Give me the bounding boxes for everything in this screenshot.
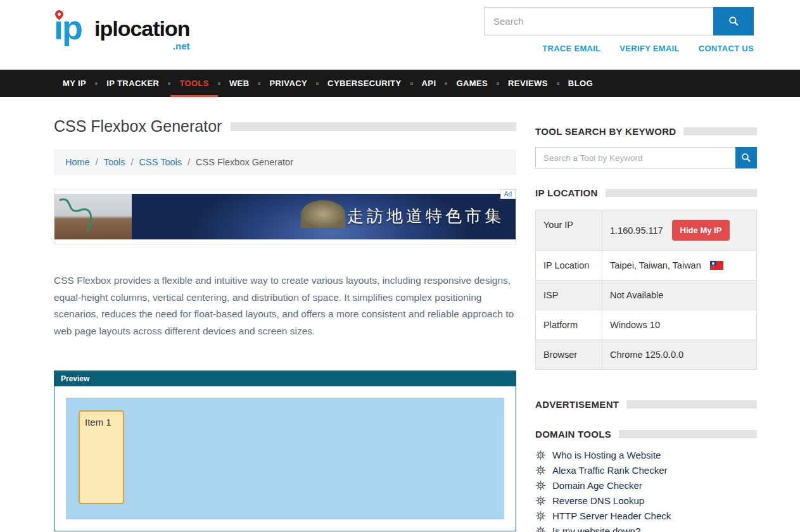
content: CSS Flexbox Generator Home / Tools / CSS… — [0, 97, 800, 532]
gear-icon — [535, 465, 546, 476]
taiwan-flag-icon — [710, 261, 723, 270]
heading-decorative-bar — [683, 127, 757, 136]
domain-tool-reverse-dns-link[interactable]: Reverse DNS Lookup — [535, 495, 757, 506]
nav-item-api[interactable]: API — [413, 70, 445, 97]
advertisement-heading: ADVERTISEMENT — [535, 399, 757, 410]
top-header: ip iplocation .net TRACE EMAIL VERIFY EM… — [0, 0, 800, 70]
breadcrumb-separator: / — [96, 157, 98, 167]
your-ip-value: 1.160.95.117 — [610, 225, 663, 236]
nav-item-cybersecurity[interactable]: CYBERSECURITY — [319, 70, 410, 97]
sidebar: TOOL SEARCH BY KEYWORD IP LOCATION Your … — [535, 117, 757, 532]
domain-tool-domain-age-link[interactable]: Domain Age Checker — [535, 480, 757, 491]
nav-item-games[interactable]: GAMES — [447, 70, 497, 97]
row-label: Browser — [536, 340, 602, 369]
ad-banner[interactable]: 走訪地道特色市集 Ad — [54, 189, 516, 244]
logo-pin-icon: ip — [54, 6, 94, 48]
table-row-browser: Browser Chrome 125.0.0.0 — [536, 340, 756, 369]
gear-icon — [535, 526, 546, 532]
domain-tools-list: Who is Hosting a Website Alexa Traffic R… — [535, 450, 757, 532]
gear-icon — [535, 480, 546, 491]
logo-tld: .net — [173, 41, 190, 51]
heading-decorative-bar — [606, 189, 757, 197]
breadcrumb: Home / Tools / CSS Tools / CSS Flexbox G… — [54, 149, 516, 175]
main-column: CSS Flexbox Generator Home / Tools / CSS… — [54, 117, 516, 532]
isp-value: Not Available — [610, 290, 663, 300]
preview-panel-header: Preview — [54, 371, 516, 386]
domain-tool-label: HTTP Server Header Check — [552, 510, 671, 521]
tool-search-button[interactable] — [735, 147, 757, 168]
ad-dome-graphic — [301, 200, 345, 228]
title-decorative-bar — [231, 122, 516, 131]
domain-tool-label: Alexa Traffic Rank Checker — [552, 465, 667, 476]
table-row-platform: Platform Windows 10 — [536, 310, 756, 340]
domain-tool-label: Reverse DNS Lookup — [552, 495, 644, 506]
ip-location-heading: IP LOCATION — [535, 187, 757, 198]
table-row-your-ip: Your IP 1.160.95.117 Hide My IP — [536, 210, 756, 251]
table-row-ip-location: IP Location Taipei, Taiwan, Taiwan — [536, 251, 756, 281]
ip-location-value: Taipei, Taiwan, Taiwan — [610, 260, 701, 270]
nav-item-reviews[interactable]: REVIEWS — [499, 70, 557, 97]
row-value: Not Available — [602, 281, 756, 310]
domain-tool-label: Domain Age Checker — [552, 480, 642, 491]
domain-tool-label: Who is Hosting a Website — [552, 450, 661, 460]
main-nav: MY IP IP TRACKER TOOLS WEB PRIVACY CYBER… — [0, 70, 800, 97]
heading-decorative-bar — [619, 430, 757, 438]
gear-icon — [535, 495, 546, 506]
ad-image-main: 走訪地道特色市集 — [132, 194, 516, 239]
preview-panel-body: Item 1 — [54, 386, 516, 531]
domain-tool-label: Is my website down? — [552, 526, 640, 532]
table-row-isp: ISP Not Available — [536, 281, 756, 310]
breadcrumb-separator: / — [131, 157, 134, 167]
breadcrumb-home[interactable]: Home — [65, 157, 90, 167]
page-title: CSS Flexbox Generator — [54, 117, 222, 136]
breadcrumb-separator: / — [187, 157, 190, 167]
nav-item-tools[interactable]: TOOLS — [170, 70, 218, 97]
tool-search-heading-text: TOOL SEARCH BY KEYWORD — [535, 126, 676, 137]
site-search-input[interactable] — [484, 7, 713, 35]
ad-choices-badge[interactable]: Ad — [500, 189, 516, 199]
flex-preview-container: Item 1 — [66, 398, 504, 519]
header-links: TRACE EMAIL VERIFY EMAIL CONTACT US — [542, 44, 754, 53]
contact-us-link[interactable]: CONTACT US — [699, 44, 754, 53]
site-search-button[interactable] — [713, 7, 754, 35]
domain-tools-heading-text: DOMAIN TOOLS — [535, 429, 611, 440]
row-value: 1.160.95.117 Hide My IP — [602, 210, 756, 250]
gear-icon — [535, 510, 546, 521]
domain-tool-hosting-link[interactable]: Who is Hosting a Website — [535, 450, 757, 460]
tool-search-input[interactable] — [535, 147, 735, 168]
nav-item-privacy[interactable]: PRIVACY — [260, 70, 316, 97]
ad-image-left — [54, 194, 132, 239]
nav-item-web[interactable]: WEB — [220, 70, 258, 97]
tool-search-heading: TOOL SEARCH BY KEYWORD — [535, 126, 757, 137]
breadcrumb-css-tools[interactable]: CSS Tools — [139, 157, 182, 167]
nav-item-ip-tracker[interactable]: IP TRACKER — [98, 70, 168, 97]
ad-headline: 走訪地道特色市集 — [347, 205, 504, 227]
ip-location-heading-text: IP LOCATION — [535, 187, 598, 198]
domain-tool-http-header-link[interactable]: HTTP Server Header Check — [535, 510, 757, 521]
search-icon — [728, 16, 739, 27]
logo-wordmark: iplocation — [94, 16, 190, 41]
domain-tool-alexa-rank-link[interactable]: Alexa Traffic Rank Checker — [535, 465, 757, 476]
row-value: Windows 10 — [602, 310, 756, 339]
search-icon — [741, 153, 751, 163]
row-label: IP Location — [536, 251, 602, 280]
nav-item-blog[interactable]: BLOG — [559, 70, 602, 97]
breadcrumb-tools[interactable]: Tools — [104, 157, 125, 167]
intro-paragraph: CSS Flexbox provides a flexible and intu… — [54, 272, 516, 340]
nav-item-my-ip[interactable]: MY IP — [54, 70, 95, 97]
browser-value: Chrome 125.0.0.0 — [610, 350, 683, 360]
row-value: Chrome 125.0.0.0 — [602, 340, 756, 369]
advertisement-heading-text: ADVERTISEMENT — [535, 399, 619, 410]
row-label: ISP — [536, 281, 602, 310]
verify-email-link[interactable]: VERIFY EMAIL — [619, 44, 679, 53]
trace-email-link[interactable]: TRACE EMAIL — [542, 44, 600, 53]
flex-preview-item-1[interactable]: Item 1 — [79, 410, 124, 504]
row-label: Your IP — [536, 210, 602, 250]
row-label: Platform — [536, 310, 602, 339]
site-logo[interactable]: ip iplocation .net — [54, 6, 190, 70]
logo-text: iplocation .net — [94, 16, 190, 41]
header-right: TRACE EMAIL VERIFY EMAIL CONTACT US — [484, 0, 754, 70]
preview-panel: Preview Item 1 — [54, 370, 516, 531]
domain-tool-website-down-link[interactable]: Is my website down? — [535, 526, 757, 532]
hide-my-ip-button[interactable]: Hide My IP — [672, 220, 730, 241]
